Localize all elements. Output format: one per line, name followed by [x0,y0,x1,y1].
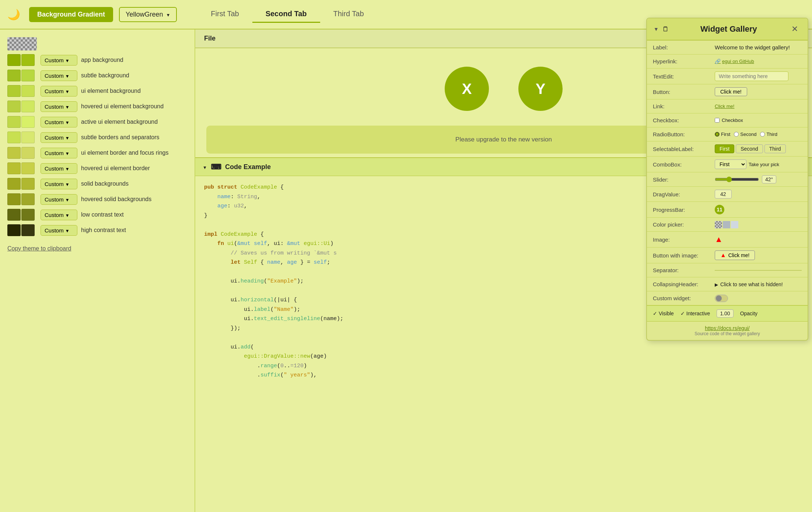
color-row-5: Custom subtle borders and separators [0,130,195,145]
custom-btn-7-label: Custom [45,165,64,172]
wg-docs-link[interactable]: https://docs.rs/egui/ [705,325,749,331]
custom-btn-9[interactable]: Custom [41,194,77,205]
wg-radio-second[interactable]: Second [734,131,756,137]
wg-checkbox-input[interactable] [715,118,720,123]
wg-collapsing-header[interactable]: Click to see what is hidden! [715,281,783,287]
swatch-4a [7,116,21,128]
chevron-down-icon-5 [65,134,70,141]
color-row-3: Custom hovered ui element background [0,99,195,114]
wg-label-colorpicker: Color picker: [653,221,712,228]
wg-interactive-check[interactable]: ✓ Interactive [680,311,710,316]
wg-drag-value[interactable]: 42 [715,190,732,199]
swatch-group-11 [7,224,37,236]
wg-collapse-icon[interactable]: ▼ [654,26,659,32]
wg-sel-second[interactable]: Second [736,144,763,153]
custom-btn-7[interactable]: Custom [41,163,77,174]
swatch-group-5 [7,131,37,143]
color-label-7: hovered ui element border [81,165,187,172]
swatch-4b [21,116,35,128]
custom-btn-10[interactable]: Custom [41,210,77,220]
widget-gallery-title: Widget Gallery [673,24,785,34]
swatch-group-10 [7,209,37,221]
chevron-down-icon-3 [65,104,70,110]
wg-radio-second-input[interactable] [734,132,739,137]
color-row-6: Custom ui element border and focus rings [0,145,195,161]
color-scheme-label: YellowGreen [126,11,163,18]
colorpicker-light [731,221,738,228]
wg-colorpicker-preview[interactable] [715,221,738,228]
custom-btn-2[interactable]: Custom [41,86,77,97]
wg-radio-first[interactable]: First [715,131,730,137]
copy-theme-button[interactable]: Copy theme to clipboard [7,245,71,252]
custom-btn-6[interactable]: Custom [41,148,77,158]
wg-label-label: Label: [653,44,712,50]
color-scheme-dropdown[interactable]: YellowGreen [119,7,177,22]
wg-radio-group: First Second Third [715,131,777,137]
wg-radio-third[interactable]: Third [760,131,777,137]
widget-gallery-keyboard-icon: 🗒 [662,25,669,33]
wg-checkbox-text: Checkbox [722,118,743,123]
widget-gallery-close-button[interactable]: ✕ [788,24,801,35]
wg-toggle-knob [716,295,722,301]
custom-btn-8[interactable]: Custom [41,179,77,189]
wg-label-combo: ComboBox: [653,161,712,168]
custom-btn-2-label: Custom [45,88,64,94]
tab-third[interactable]: Third Tab [320,6,377,23]
wg-sel-third[interactable]: Third [764,144,786,153]
wg-row-hyperlink: Hyperlink: 🔗 egui on GitHub [647,55,808,69]
tab-first[interactable]: First Tab [197,6,252,23]
color-row-11: Custom high contrast text [0,222,195,238]
wg-row-btn-image: Button with image: ▲ Click me! [647,248,808,263]
color-row-1: Custom subtle background [0,68,195,83]
wg-custom-toggle[interactable] [715,295,728,302]
collapse-code-icon[interactable] [203,163,207,171]
wg-row-link: Link: Click me! [647,99,808,113]
custom-btn-6-label: Custom [45,150,64,156]
wg-row-slider: Slider: 42° [647,172,808,187]
wg-radio-third-input[interactable] [760,132,765,137]
custom-btn-3[interactable]: Custom [41,101,77,112]
wg-visible-check[interactable]: ✓ Visible [653,311,674,316]
swatch-8a [7,178,21,190]
wg-row-radio: RadioButton: First Second Third [647,127,808,141]
wg-row-image: Image: ▲ [647,232,808,248]
custom-btn-5-label: Custom [45,134,64,141]
wg-label-progress: ProgressBar: [653,207,712,213]
tab-second[interactable]: Second Tab [252,6,320,23]
wg-slider-group: 42° [715,175,776,183]
code-line-18: ui.add( [204,343,803,352]
custom-btn-3-label: Custom [45,104,64,110]
custom-btn-11[interactable]: Custom [41,225,77,236]
wg-row-custom: Custom widget: [647,291,808,305]
swatch-10a [7,209,21,221]
wg-click-button[interactable]: Click me! [715,87,747,96]
wg-row-checkbox: Checkbox: Checkbox [647,113,808,127]
wg-label-image: Image: [653,236,712,243]
wg-slider-input[interactable] [715,176,759,182]
chevron-down-icon-8 [65,181,70,187]
wg-sel-first[interactable]: First [715,144,734,153]
checkerboard-swatch [7,37,37,50]
chevron-down-icon-1 [65,73,70,79]
wg-radio-third-label: Third [766,131,777,137]
chevron-down-icon-7 [65,165,70,172]
color-row-2: Custom ui element background [0,83,195,99]
globe-icon: 🔗 [715,59,721,64]
wg-hyperlink[interactable]: 🔗 egui on GitHub [715,59,754,64]
wg-radio-first-input[interactable] [715,132,720,137]
custom-btn-0[interactable]: Custom [41,55,77,66]
bg-gradient-button[interactable]: Background Gradient [29,7,113,22]
wg-textedit-input[interactable] [715,71,788,81]
custom-btn-4[interactable]: Custom [41,117,77,127]
wg-combo-select[interactable]: First Second Third [715,159,746,169]
custom-btn-5[interactable]: Custom [41,132,77,143]
wg-checkbox-group: Checkbox [715,118,743,123]
avatar-y: Y [518,67,563,111]
wg-row-label: Label: Welcome to the widget gallery! [647,41,808,55]
wg-label-separator: Separator: [653,267,712,273]
custom-btn-1[interactable]: Custom [41,70,77,81]
wg-btn-image-button[interactable]: ▲ Click me! [715,250,755,260]
custom-btn-8-label: Custom [45,181,64,187]
wg-link-click[interactable]: Click me! [715,104,734,109]
collapsing-chevron-icon [715,281,718,287]
